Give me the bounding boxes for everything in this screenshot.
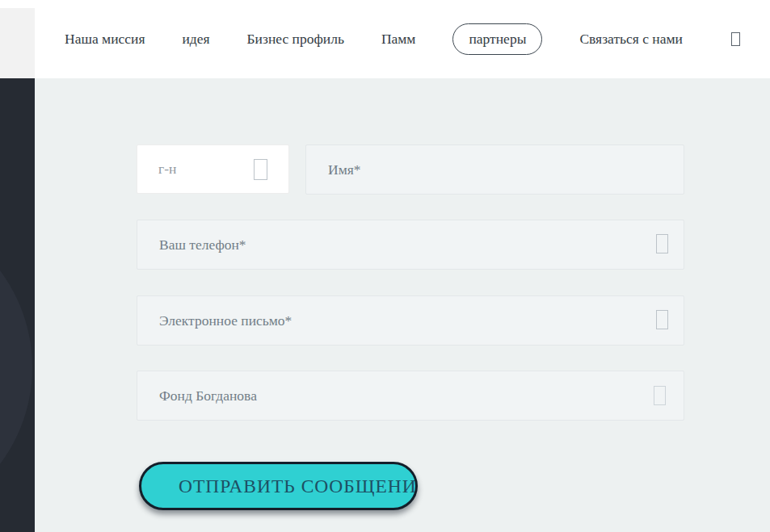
fund-glyph-icon [654,386,666,405]
nav-glyph-icon[interactable] [731,32,740,46]
send-message-button[interactable]: ОТПРАВИТЬ СООБЩЕНИЕ [139,462,418,510]
rail-circle-decoration [0,206,32,529]
email-glyph-icon [656,310,668,329]
nav-item-business-profile[interactable]: Бизнес профиль [247,31,344,48]
nav-item-contact[interactable]: Связаться с нами [579,31,683,48]
name-input[interactable] [305,145,684,195]
contact-form-section: г-н ОТПРАВИТЬ СООБЩЕНИЕ [35,78,770,532]
left-rail-top [0,8,35,78]
salutation-select[interactable]: г-н [137,145,289,194]
main-nav: Наша миссия идея Бизнес профиль Памм пар… [35,0,770,78]
nav-item-mission[interactable]: Наша миссия [65,31,145,48]
nav-item-idea[interactable]: идея [182,31,209,48]
page: Оставьте сообщение чтобы открыть ПАММсче… [0,0,770,532]
fund-input[interactable] [137,371,684,421]
nav-item-pamm[interactable]: Памм [381,31,416,48]
dropdown-glyph-icon [254,159,267,180]
phone-input[interactable] [137,220,684,270]
left-dark-rail [0,78,35,532]
nav-item-partners[interactable]: партнеры [452,23,542,55]
salutation-value: г-н [158,161,176,178]
email-input[interactable] [137,295,684,346]
phone-glyph-icon [656,234,668,253]
